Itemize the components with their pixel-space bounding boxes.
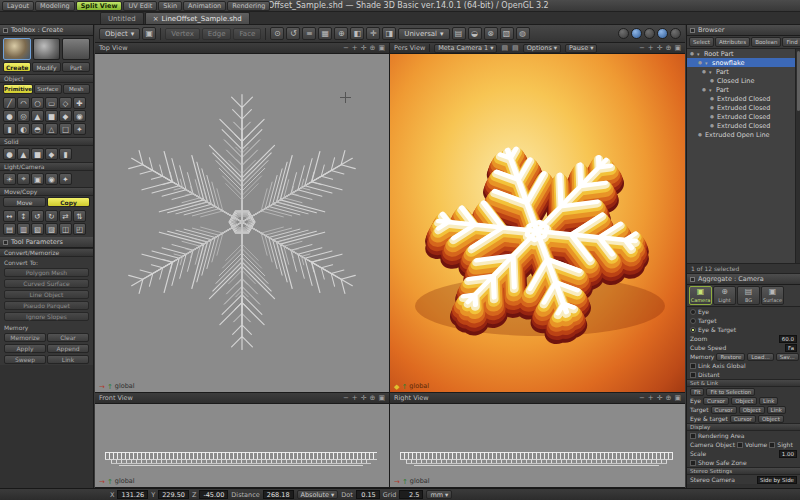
mask-toggle-icon[interactable]: ◨ xyxy=(382,27,396,40)
render-button[interactable] xyxy=(631,28,642,39)
point-light-icon[interactable]: ◉ xyxy=(45,173,58,185)
part-mode-thumbnail[interactable] xyxy=(62,38,90,60)
tab-animation[interactable]: Animation xyxy=(183,1,226,11)
unit-dropdown[interactable]: mm ▾ xyxy=(426,490,452,499)
mirror-toggle-icon[interactable]: ◧ xyxy=(350,27,364,40)
coordinate-space-label[interactable]: global xyxy=(115,477,135,485)
mode-part[interactable]: Part xyxy=(62,62,90,72)
pers-view-canvas[interactable]: ◆ ↑ global xyxy=(390,54,685,392)
sight-checkbox[interactable] xyxy=(769,442,775,448)
translate-v-icon[interactable]: ↕ xyxy=(17,210,30,222)
tab-camera[interactable]: ▣ Camera xyxy=(689,286,712,305)
flare-icon[interactable]: ✦ xyxy=(59,173,72,185)
arc-tool-icon[interactable]: ◠ xyxy=(17,97,30,109)
cube-speed-value-field[interactable]: Fa xyxy=(785,344,797,352)
object-section-header[interactable]: Object xyxy=(0,74,93,83)
camera-selector-dropdown[interactable]: Meta Camera 1 ▾ xyxy=(434,44,497,53)
front-view-canvas[interactable]: → ↑ global xyxy=(95,404,389,487)
render-preview-button[interactable] xyxy=(618,28,629,39)
scale-value-field[interactable]: 1.00 xyxy=(779,450,797,458)
tool-parameters-header[interactable]: Tool Parameters xyxy=(0,237,93,248)
zoom-in-icon[interactable]: + xyxy=(648,44,654,52)
eyetarget-cursor-button[interactable]: Cursor xyxy=(730,415,756,423)
target-object-button[interactable]: Object xyxy=(739,406,765,414)
eye-link-button[interactable]: Link xyxy=(759,397,778,405)
maximize-view-icon[interactable]: ▣ xyxy=(378,44,385,52)
rectangle-tool-icon[interactable]: ▭ xyxy=(45,97,58,109)
zoom-out-icon[interactable]: − xyxy=(639,394,645,402)
render-settings-button[interactable] xyxy=(644,28,655,39)
tab-surface[interactable]: ▣ Surface xyxy=(761,286,784,305)
zoom-out-icon[interactable]: − xyxy=(343,44,349,52)
face-mode-button[interactable]: Face xyxy=(233,28,261,40)
link-axis-checkbox[interactable] xyxy=(690,363,696,369)
sphere-tool-icon[interactable]: ● xyxy=(3,110,16,122)
panel-collapse-icon[interactable] xyxy=(3,28,8,33)
clear-button[interactable]: Clear xyxy=(47,333,89,342)
cross-tool-icon[interactable]: ✚ xyxy=(73,97,86,109)
grid-array-icon[interactable]: ▥ xyxy=(17,223,30,235)
cube-tool-icon[interactable]: ■ xyxy=(45,110,58,122)
viewport-pers[interactable]: Pers View Meta Camera 1 ▾ ▤ ▤ Options ▾ xyxy=(390,43,685,392)
pan-icon[interactable]: ✛ xyxy=(361,394,367,402)
tree-item-selected[interactable]: ● ▾ snowflake xyxy=(687,58,800,67)
tab-attributes[interactable]: Attributes xyxy=(715,37,750,47)
fit-button[interactable]: Fit xyxy=(690,388,704,396)
panel-collapse-icon[interactable] xyxy=(3,240,8,245)
edge-mode-button[interactable]: Edge xyxy=(202,28,232,40)
tab-select[interactable]: Select xyxy=(689,37,714,47)
eye-cursor-button[interactable]: Cursor xyxy=(703,397,729,405)
circle-tool-icon[interactable]: ○ xyxy=(31,97,44,109)
hatch-tool-icon[interactable]: ▧ xyxy=(500,27,514,40)
sun-light-icon[interactable]: ☀ xyxy=(3,173,16,185)
mode-create[interactable]: Create xyxy=(3,62,31,72)
mirror-h-icon[interactable]: ⇄ xyxy=(59,210,72,222)
visibility-eye-icon[interactable]: ● xyxy=(701,87,707,92)
tab-surface[interactable]: Surface xyxy=(34,84,61,94)
tab-uv-edit[interactable]: UV Edit xyxy=(123,1,157,11)
rotate-view-icon[interactable]: ↺ xyxy=(286,27,300,40)
zoom-in-icon[interactable]: + xyxy=(352,394,358,402)
poly-tool-icon[interactable]: ◆ xyxy=(59,110,72,122)
convert-line-object-button[interactable]: Line Object xyxy=(4,290,89,299)
apply-button[interactable]: Apply xyxy=(4,344,46,353)
top-view-canvas[interactable]: → ↑ global xyxy=(95,54,389,392)
expander-icon[interactable]: ▾ xyxy=(709,87,714,93)
visibility-eye-icon[interactable]: ● xyxy=(689,51,695,56)
coordinate-space-label[interactable]: global xyxy=(410,477,430,485)
restore-button[interactable]: Restore xyxy=(716,353,745,361)
expander-icon[interactable]: ▾ xyxy=(709,69,714,75)
coordinate-mode-dropdown[interactable]: Absolute ▾ xyxy=(297,490,339,499)
pan-tool-icon[interactable]: ✛ xyxy=(366,27,380,40)
manipulator-dropdown[interactable]: Universal ▾ xyxy=(398,28,449,40)
triangle-tool-icon[interactable]: △ xyxy=(45,123,58,135)
diamond-tool-icon[interactable]: ◇ xyxy=(59,97,72,109)
star-tool-icon[interactable]: ✦ xyxy=(73,123,86,135)
solid-cylinder-icon[interactable]: ▮ xyxy=(59,148,72,160)
dome-tool-icon[interactable]: ◓ xyxy=(31,123,44,135)
visibility-eye-icon[interactable]: ● xyxy=(709,78,715,83)
volume-checkbox[interactable] xyxy=(737,442,743,448)
help-button[interactable] xyxy=(670,28,681,39)
maximize-view-icon[interactable]: ▣ xyxy=(674,394,681,402)
array-icon[interactable]: ▤ xyxy=(3,223,16,235)
tree-item[interactable]: ● ▾ Part xyxy=(687,85,800,94)
doc-tab-active[interactable]: × LineOffset_Sample.shd xyxy=(145,12,250,24)
tab-modeling[interactable]: Modeling xyxy=(35,1,75,11)
maximize-view-icon[interactable]: ▣ xyxy=(674,44,681,52)
solid-cone-icon[interactable]: ▲ xyxy=(17,148,30,160)
pan-icon[interactable]: ✛ xyxy=(657,394,663,402)
safe-zone-checkbox[interactable] xyxy=(690,460,696,466)
display-mode-icon[interactable]: ▤ xyxy=(512,44,519,52)
target-cursor-button[interactable]: Cursor xyxy=(711,406,737,414)
light-camera-section-header[interactable]: Light/Camera xyxy=(0,162,93,171)
spot-light-icon[interactable]: ⌖ xyxy=(17,173,30,185)
doc-tab-untitled[interactable]: Untitled xyxy=(100,12,144,24)
panel-collapse-icon[interactable] xyxy=(690,277,695,282)
visibility-eye-icon[interactable]: ● xyxy=(709,105,715,110)
torus-tool-icon[interactable]: ◎ xyxy=(17,110,30,122)
visibility-eye-icon[interactable]: ● xyxy=(709,123,715,128)
link-button[interactable]: Link xyxy=(47,355,89,364)
snap-icon[interactable]: ◰ xyxy=(73,223,86,235)
tab-split-view[interactable]: Split View xyxy=(76,1,123,11)
